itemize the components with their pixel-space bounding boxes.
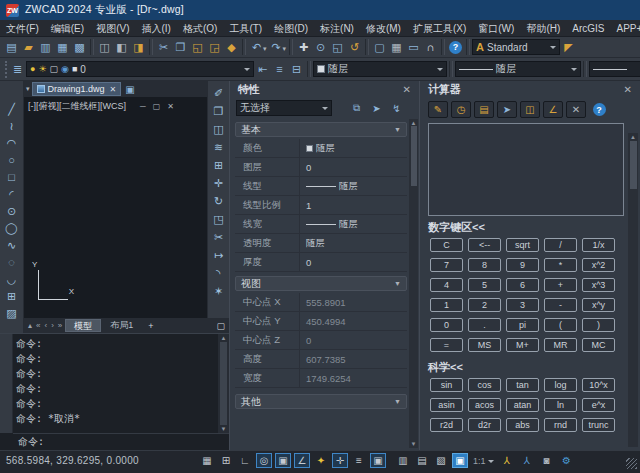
- properties-scrollbar[interactable]: ▲ ▼: [409, 119, 418, 448]
- property-row[interactable]: 图层0: [235, 158, 407, 177]
- anno-monitor-icon[interactable]: ▣: [452, 453, 468, 468]
- revision-cloud-tool-icon[interactable]: ◌: [3, 254, 21, 270]
- property-row[interactable]: 中心点 X555.8901: [235, 293, 407, 312]
- calc-key-asin[interactable]: asin: [430, 398, 463, 412]
- property-row[interactable]: 高度607.7385: [235, 350, 407, 369]
- pan-icon[interactable]: ✚: [295, 39, 312, 56]
- close-icon[interactable]: ✕: [624, 84, 632, 95]
- scroll-thumb[interactable]: [630, 141, 637, 189]
- spline-tool-icon[interactable]: ∿: [3, 237, 21, 253]
- calc-key-_[interactable]: *: [544, 258, 577, 272]
- lineweight-icon[interactable]: ≡: [351, 453, 367, 468]
- dim-style-icon[interactable]: ◤: [560, 39, 577, 56]
- print-preview-icon[interactable]: ◧: [113, 39, 130, 56]
- save-all-icon[interactable]: ▩: [71, 39, 88, 56]
- calc-key-mc[interactable]: MC: [582, 338, 615, 352]
- bulb-icon[interactable]: ●: [30, 64, 35, 74]
- calc-key-9[interactable]: 9: [506, 258, 539, 272]
- calc-key-x_2[interactable]: x^2: [582, 258, 615, 272]
- fillet-tool-icon[interactable]: ◝: [210, 265, 228, 281]
- calc-key-d2r[interactable]: d2r: [468, 418, 501, 432]
- calc-key-_[interactable]: +: [544, 278, 577, 292]
- property-value[interactable]: 450.4994: [299, 312, 407, 330]
- calc-key-rnd[interactable]: rnd: [544, 418, 577, 432]
- combo-arrow-icon[interactable]: [550, 46, 556, 52]
- offset-tool-icon[interactable]: ≋: [210, 139, 228, 155]
- property-row[interactable]: 中心点 Y450.4994: [235, 312, 407, 331]
- osnap-icon[interactable]: ◎: [256, 453, 272, 468]
- property-row[interactable]: 线型随层: [235, 177, 407, 196]
- calc-key-1[interactable]: 1: [430, 298, 463, 312]
- calc-key-log[interactable]: log: [544, 378, 577, 392]
- settings-gear-icon[interactable]: ⚙: [559, 453, 575, 468]
- property-value[interactable]: 随层: [299, 177, 407, 195]
- menu-item-app+[interactable]: APP+: [611, 20, 640, 37]
- calc-key-m_[interactable]: M+: [506, 338, 539, 352]
- document-tab[interactable]: Drawing1.dwg ✕: [32, 82, 122, 96]
- property-row[interactable]: 中心点 Z0: [235, 331, 407, 350]
- linetype-combo[interactable]: 随层: [455, 61, 581, 77]
- prev-tab-icon[interactable]: ‹: [42, 321, 49, 330]
- color-combo[interactable]: 随层: [313, 61, 447, 77]
- menu-item-v[interactable]: 视图(V): [90, 20, 135, 37]
- property-value[interactable]: 0: [299, 253, 407, 271]
- clear-icon[interactable]: ✕: [566, 101, 586, 118]
- erase-tool-icon[interactable]: ✐: [210, 85, 228, 101]
- property-value[interactable]: 555.8901: [299, 293, 407, 311]
- toggle-pickadd-icon[interactable]: ↯: [388, 101, 405, 116]
- property-row[interactable]: 颜色随层: [235, 139, 407, 158]
- calc-key-sin[interactable]: sin: [430, 378, 463, 392]
- calc-key-atan[interactable]: atan: [506, 398, 539, 412]
- calc-key-4[interactable]: 4: [430, 278, 463, 292]
- lock-icon[interactable]: ◉: [61, 64, 69, 74]
- selection-combo[interactable]: 无选择: [236, 100, 332, 116]
- scale-tool-icon[interactable]: ◳: [210, 211, 228, 227]
- pick-point-icon[interactable]: ➤: [497, 101, 517, 118]
- arc-3point-tool-icon[interactable]: ◡: [3, 271, 21, 287]
- calc-key-5[interactable]: 5: [468, 278, 501, 292]
- polar-star-icon[interactable]: ✦: [313, 453, 329, 468]
- command-input[interactable]: 命令:: [13, 433, 229, 450]
- scroll-thumb[interactable]: [220, 342, 227, 425]
- dyn-input-icon[interactable]: ✛: [332, 453, 348, 468]
- calc-key-acos[interactable]: acos: [468, 398, 501, 412]
- eraser-icon[interactable]: ✎: [428, 101, 448, 118]
- calc-key-r2d[interactable]: r2d: [430, 418, 463, 432]
- menu-item-n[interactable]: 标注(N): [314, 20, 360, 37]
- menu-item-x[interactable]: 扩展工具(X): [407, 20, 472, 37]
- named-views-icon[interactable]: ▢: [371, 39, 388, 56]
- close-icon[interactable]: ✕: [403, 84, 411, 95]
- save-icon[interactable]: ▥: [37, 39, 54, 56]
- calc-key-c[interactable]: C: [430, 238, 463, 252]
- workspace-icon[interactable]: ◙: [539, 453, 555, 468]
- paste-special-icon[interactable]: ◲: [206, 39, 223, 56]
- calc-key-e_x[interactable]: e^x: [582, 398, 615, 412]
- chevron-down-icon[interactable]: ▼: [394, 126, 401, 133]
- cloud-icon[interactable]: ∩: [422, 39, 439, 56]
- calc-key-___[interactable]: <--: [468, 238, 501, 252]
- ellipse-tool-icon[interactable]: ◯: [3, 220, 21, 236]
- next-tab-icon[interactable]: ›: [49, 321, 56, 330]
- layer-color-swatch[interactable]: ■: [72, 64, 77, 74]
- scroll-down-icon[interactable]: ▼: [221, 426, 227, 432]
- calc-key-ln[interactable]: ln: [544, 398, 577, 412]
- rectangle-tool-icon[interactable]: □: [3, 169, 21, 185]
- annotation-autoscale-icon[interactable]: ⅄: [519, 453, 535, 468]
- command-scrollbar[interactable]: ▲ ▼: [218, 334, 229, 433]
- section-basic[interactable]: 基本 ▼: [235, 122, 407, 137]
- menu-item-m[interactable]: 修改(M): [360, 20, 407, 37]
- property-value[interactable]: 1749.6254: [299, 369, 407, 387]
- property-value[interactable]: 607.7385: [299, 350, 407, 368]
- arc-tool-icon[interactable]: ◠: [3, 135, 21, 151]
- calc-help-icon[interactable]: ?: [589, 101, 609, 118]
- print-icon[interactable]: ◫: [96, 39, 113, 56]
- calc-key-_[interactable]: -: [544, 298, 577, 312]
- calculator-scrollbar[interactable]: ▲: [628, 133, 638, 447]
- calc-key-_[interactable]: (: [544, 318, 577, 332]
- copy-icon[interactable]: ❐: [172, 39, 189, 56]
- dropdown-arrow-icon[interactable]: ▾: [283, 45, 287, 53]
- viewport-close-icon[interactable]: ✕: [167, 102, 174, 111]
- combo-arrow-icon[interactable]: [571, 68, 577, 74]
- menu-item-arcgis[interactable]: ArcGIS: [566, 20, 610, 37]
- menu-item-h[interactable]: 帮助(H): [520, 20, 566, 37]
